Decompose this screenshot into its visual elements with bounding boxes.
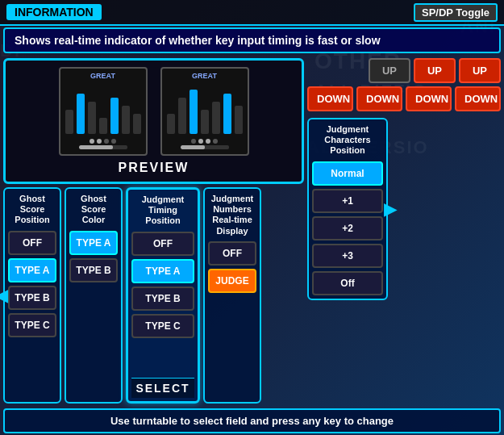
info-badge: INFORMATION (6, 4, 102, 20)
ghost-score-position-col: ◀ Ghost Score Position OFF TYPE A TYPE B… (3, 187, 61, 404)
up-btn-3[interactable]: UP (459, 58, 501, 83)
judgment-characters-col: ▶ Judgment Characters Position Normal +1… (307, 118, 388, 300)
judgment-timing-off[interactable]: OFF (131, 232, 194, 256)
judgment-timing-type-b[interactable]: TYPE B (131, 287, 194, 311)
ghost-score-color-type-a[interactable]: TYPE A (69, 231, 118, 255)
up-row: UP UP UP (307, 58, 501, 83)
judgment-characters-header: Judgment Characters Position (312, 123, 383, 158)
ghost-score-position-off[interactable]: OFF (8, 231, 56, 255)
judgment-timing-type-c[interactable]: TYPE C (131, 314, 194, 338)
up-btn-2[interactable]: UP (414, 58, 456, 83)
up-btn-1[interactable]: UP (369, 58, 410, 83)
preview-screen-1: GREAT (59, 67, 148, 156)
screen1-label: GREAT (90, 72, 115, 80)
judgment-characters-plus2[interactable]: +2 (312, 216, 383, 241)
ghost-score-position-type-b[interactable]: TYPE B (8, 286, 56, 310)
bottom-bar: Use turntable to select field and press … (3, 408, 501, 433)
preview-label: PREVIEW (119, 161, 190, 175)
judgment-timing-position-header: Judgment Timing Position (131, 193, 194, 228)
down-btn-4[interactable]: DOWN (455, 86, 501, 111)
judgment-characters-normal[interactable]: Normal (312, 161, 383, 186)
ghost-score-position-type-a[interactable]: TYPE A (8, 258, 56, 282)
judgment-characters-plus1[interactable]: +1 (312, 189, 383, 213)
preview-screen-2: GREAT (160, 67, 249, 156)
ghost-score-position-header: Ghost Score Position (8, 192, 56, 228)
judgment-numbers-col: Judgment Numbers Real-time Display OFF J… (203, 187, 261, 404)
sp-dp-toggle[interactable]: SP/DP Toggle (414, 3, 498, 22)
judgment-timing-position-col: Judgment Timing Position OFF TYPE A TYPE… (126, 187, 200, 404)
top-bar: INFORMATION SP/DP Toggle (0, 0, 504, 26)
ghost-score-color-col: Ghost Score Color TYPE A TYPE B (65, 187, 123, 404)
ghost-score-position-type-c[interactable]: TYPE C (8, 313, 56, 337)
screen2-label: GREAT (192, 72, 217, 80)
preview-box: GREAT (3, 58, 304, 184)
down-row: DOWN DOWN DOWN DOWN (307, 86, 501, 111)
judgment-characters-arrow-right[interactable]: ▶ (384, 199, 396, 219)
judgment-characters-off[interactable]: Off (312, 271, 383, 295)
judgment-characters-plus3[interactable]: +3 (312, 244, 383, 268)
down-btn-3[interactable]: DOWN (406, 86, 452, 111)
options-area: ◀ Ghost Score Position OFF TYPE A TYPE B… (3, 187, 304, 404)
right-side: UP UP UP DOWN DOWN DOWN DOWN ▶ Judgment … (307, 58, 501, 404)
judgment-timing-type-a[interactable]: TYPE A (131, 259, 194, 283)
select-label: SELECT (131, 378, 194, 398)
ghost-score-color-type-b[interactable]: TYPE B (69, 258, 118, 282)
description-bar: Shows real-time indicator of whether key… (3, 27, 501, 53)
judgment-numbers-judge[interactable]: JUDGE (208, 269, 256, 293)
judgment-numbers-off[interactable]: OFF (208, 241, 256, 266)
down-btn-2[interactable]: DOWN (356, 86, 402, 111)
ghost-score-color-header: Ghost Score Color (69, 192, 118, 228)
down-btn-1[interactable]: DOWN (307, 86, 353, 111)
judgment-numbers-header: Judgment Numbers Real-time Display (208, 192, 256, 238)
ghost-score-position-arrow-left[interactable]: ◀ (0, 286, 7, 305)
